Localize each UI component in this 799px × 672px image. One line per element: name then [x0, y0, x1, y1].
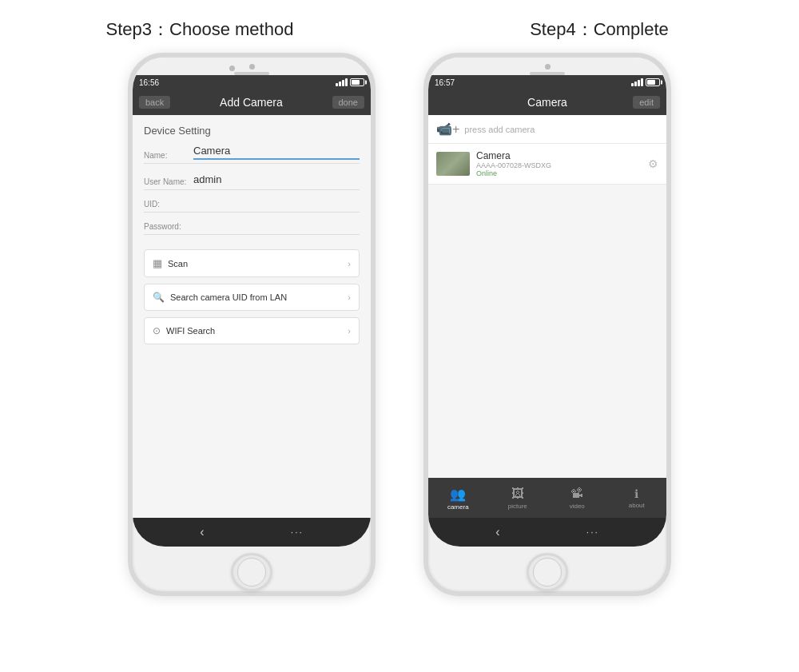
tab-bar: 👥 camera 🖼 picture 📽 video ℹ about	[428, 478, 666, 518]
picture-tab-icon: 🖼	[511, 487, 524, 501]
screen-content-4: 📹+ press add camera Camera AAAA-007028-W…	[428, 115, 666, 518]
wifi-icon: ⊙	[153, 325, 161, 336]
menu-dots-icon-4[interactable]: ···	[586, 527, 599, 538]
name-field-row: Name: Camera	[144, 145, 360, 164]
back-button[interactable]: back	[139, 96, 170, 109]
username-label: User Name:	[144, 177, 193, 186]
wifi-search-chevron: ›	[348, 326, 351, 336]
camera-item-name: Camera	[476, 150, 642, 161]
name-value[interactable]: Camera	[193, 145, 360, 160]
step4-label: Step4：Complete	[530, 19, 669, 39]
menu-dots-icon-3[interactable]: ···	[291, 527, 304, 538]
name-label: Name:	[144, 151, 193, 160]
about-tab-icon: ℹ	[634, 487, 638, 500]
password-value[interactable]	[193, 230, 360, 231]
device-setting-title: Device Setting	[144, 125, 360, 137]
camera-item-info: Camera AAAA-007028-WSDXG Online	[476, 150, 642, 177]
camera-item-uid: AAAA-007028-WSDXG	[476, 161, 642, 169]
add-camera-row[interactable]: 📹+ press add camera	[428, 115, 666, 144]
add-camera-icon: 📹+	[436, 121, 459, 137]
scan-chevron: ›	[348, 259, 351, 268]
back-nav-icon-3[interactable]: ‹	[200, 525, 204, 539]
tab-about[interactable]: ℹ about	[607, 487, 667, 509]
back-nav-icon-4[interactable]: ‹	[495, 525, 499, 539]
camera-gear-icon[interactable]: ⚙	[648, 157, 658, 170]
scan-label: Scan	[168, 259, 188, 268]
search-icon: 🔍	[153, 292, 165, 303]
username-value[interactable]: admin	[193, 173, 360, 186]
status-bar-3: 16:56	[133, 75, 371, 89]
uid-value[interactable]	[193, 208, 360, 209]
battery-icon-4	[646, 78, 660, 86]
edit-button[interactable]: edit	[633, 96, 660, 109]
password-label: Password:	[144, 222, 193, 231]
status-time-4: 16:57	[435, 78, 455, 87]
video-tab-label: video	[570, 503, 585, 510]
search-lan-label: Search camera UID from LAN	[170, 292, 287, 302]
step3-label: Step3：Choose method	[106, 19, 294, 39]
phone-bottom-bar-3: ‹ ···	[133, 518, 371, 547]
home-button-4[interactable]	[527, 553, 568, 591]
search-lan-button[interactable]: 🔍 Search camera UID from LAN ›	[144, 284, 360, 311]
uid-label: UID:	[144, 200, 193, 209]
scan-icon: ▦	[153, 257, 162, 269]
about-tab-label: about	[629, 502, 645, 509]
app-nav-4: Camera edit	[428, 89, 666, 115]
tab-picture[interactable]: 🖼 picture	[488, 487, 548, 510]
status-bar-4: 16:57	[428, 75, 666, 89]
add-camera-text: press add camera	[464, 125, 535, 134]
phone3-frame: 16:56 back Add Camera done	[128, 53, 376, 596]
uid-field-row: UID:	[144, 200, 360, 213]
phone-bottom-bar-4: ‹ ···	[428, 518, 666, 547]
signal-icon-4	[631, 78, 643, 86]
password-field-row: Password:	[144, 222, 360, 235]
search-lan-chevron: ›	[348, 292, 351, 302]
camera-thumbnail	[436, 152, 470, 176]
status-time-3: 16:56	[139, 78, 159, 87]
battery-icon-3	[350, 78, 364, 86]
app-nav-3: back Add Camera done	[133, 89, 371, 115]
camera-item-status: Online	[476, 169, 642, 177]
done-button[interactable]: done	[332, 96, 364, 109]
phone4-frame: 16:57 Camera edit	[423, 53, 671, 596]
nav-title-3: Add Camera	[220, 96, 283, 109]
camera-item-row[interactable]: Camera AAAA-007028-WSDXG Online ⚙	[428, 144, 666, 185]
camera-tab-label: camera	[447, 503, 469, 511]
picture-tab-label: picture	[508, 503, 527, 510]
tab-video[interactable]: 📽 video	[547, 487, 607, 510]
nav-title-4: Camera	[527, 96, 567, 109]
tab-camera[interactable]: 👥 camera	[428, 487, 488, 511]
wifi-search-label: WIFI Search	[166, 326, 215, 336]
camera-tab-icon: 👥	[450, 487, 466, 502]
home-button-3[interactable]	[231, 553, 272, 591]
signal-icon-3	[336, 78, 348, 86]
screen-content-3: Device Setting Name: Camera User Name: a…	[133, 115, 371, 518]
video-tab-icon: 📽	[570, 487, 583, 501]
scan-button[interactable]: ▦ Scan ›	[144, 249, 360, 277]
wifi-search-button[interactable]: ⊙ WIFI Search ›	[144, 317, 360, 344]
username-field-row: User Name: admin	[144, 173, 360, 190]
